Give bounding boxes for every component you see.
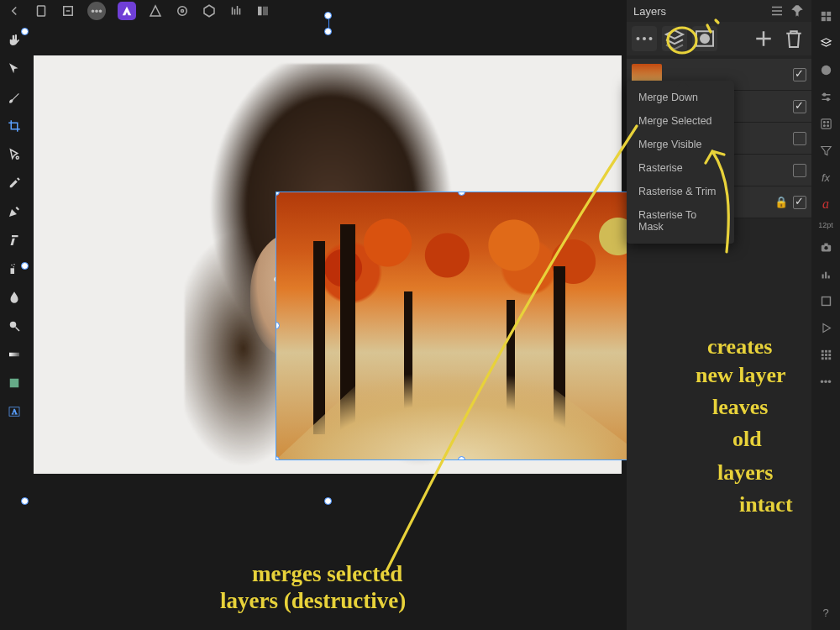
layers-title: Layers [633, 5, 666, 18]
rail-ellipsis-icon[interactable]: ••• [816, 372, 835, 391]
hand-tool-icon[interactable] [4, 30, 24, 50]
menu-rasterise-trim[interactable]: Rasterise & Trim [627, 180, 734, 203]
panel-list-icon[interactable] [769, 3, 785, 18]
svg-rect-50 [821, 357, 823, 360]
top-toolbar: ••• [0, 0, 627, 22]
brush-tool-icon[interactable] [4, 87, 24, 108]
rail-fx-icon[interactable]: fx [816, 168, 835, 186]
crop-tool-icon[interactable] [4, 116, 24, 136]
layer-add-icon[interactable] [751, 26, 776, 51]
svg-rect-46 [828, 349, 831, 352]
menu-merge-visible[interactable]: Merge Visible [627, 133, 734, 156]
rail-color-icon[interactable] [816, 60, 835, 79]
color-picker-icon[interactable] [4, 173, 24, 193]
document-icon[interactable] [34, 3, 49, 18]
layer-visibility-checkbox[interactable] [793, 68, 806, 81]
svg-rect-39 [824, 243, 827, 245]
dodge-tool-icon[interactable] [4, 316, 24, 336]
panel-pin-icon[interactable] [790, 3, 805, 18]
layer-delete-icon[interactable] [781, 26, 806, 51]
svg-rect-26 [827, 11, 831, 15]
svg-point-2 [178, 7, 187, 16]
annotation-text: layers (destructive) [220, 588, 406, 614]
svg-rect-48 [825, 354, 827, 356]
svg-point-24 [701, 34, 709, 43]
svg-marker-4 [204, 5, 214, 17]
rail-grid-icon[interactable] [816, 345, 835, 364]
text-tool-icon[interactable]: A [4, 402, 24, 422]
svg-rect-43 [822, 297, 830, 305]
layer-visibility-checkbox[interactable] [793, 164, 806, 177]
rail-crop2-icon[interactable] [816, 291, 835, 310]
menu-rasterise[interactable]: Rasterise [627, 156, 734, 180]
rail-funnel-icon[interactable] [816, 141, 835, 160]
resize-handle[interactable] [276, 322, 280, 329]
layer-visibility-checkbox[interactable] [793, 132, 806, 145]
svg-point-34 [827, 121, 828, 123]
layer-visibility-checkbox[interactable] [793, 100, 806, 113]
rail-layers-icon[interactable] [816, 34, 835, 52]
rail-text-icon[interactable]: a [816, 195, 835, 213]
svg-rect-5 [232, 8, 234, 15]
svg-rect-10 [263, 7, 268, 16]
move-tool-icon[interactable] [4, 59, 24, 79]
svg-point-35 [823, 124, 825, 126]
svg-point-12 [11, 265, 13, 266]
rail-adjust-icon[interactable] [816, 87, 835, 106]
menu-merge-down[interactable]: Merge Down [627, 86, 734, 109]
rail-help-icon[interactable]: ? [816, 603, 835, 622]
svg-rect-52 [828, 357, 831, 360]
rail-histogram-icon[interactable] [816, 265, 835, 283]
svg-rect-28 [827, 17, 831, 21]
merge-context-menu: Merge Down Merge Selected Merge Visible … [627, 81, 734, 244]
svg-rect-7 [237, 6, 239, 15]
export-icon[interactable] [60, 3, 76, 18]
resize-handle[interactable] [324, 28, 332, 35]
layer-visibility-checkbox[interactable] [793, 196, 806, 209]
persona-tone-icon[interactable] [202, 3, 217, 18]
resize-handle[interactable] [458, 456, 465, 460]
persona-liquify-icon[interactable] [148, 3, 163, 18]
back-arrow-icon[interactable] [7, 3, 22, 18]
selection-tool-icon[interactable] [4, 144, 24, 165]
more-icon[interactable]: ••• [87, 2, 106, 20]
autumn-image-layer[interactable] [276, 192, 648, 460]
persona-export-icon[interactable] [228, 3, 244, 18]
svg-rect-45 [825, 349, 827, 352]
panels-toggle-icon[interactable] [255, 3, 270, 18]
layer-actions [627, 22, 811, 55]
resize-handle[interactable] [324, 497, 332, 505]
persona-develop-icon[interactable] [175, 3, 190, 18]
pen-tool-icon[interactable] [4, 202, 24, 222]
svg-point-31 [827, 97, 829, 100]
menu-merge-selected[interactable]: Merge Selected [627, 109, 734, 133]
spray-tool-icon[interactable] [4, 259, 24, 279]
svg-rect-41 [825, 271, 827, 278]
svg-point-30 [822, 93, 825, 96]
svg-text:A: A [12, 407, 18, 416]
svg-rect-16 [9, 353, 19, 357]
layer-mask-icon[interactable] [692, 26, 717, 51]
svg-rect-0 [38, 6, 45, 16]
svg-rect-47 [821, 354, 823, 356]
layer-merge-icon[interactable] [662, 26, 687, 51]
rail-play-icon[interactable] [816, 318, 835, 337]
app-icon[interactable] [118, 2, 136, 20]
right-rail: fx a 12pt ••• ? [811, 0, 840, 630]
annotation-text: merges selected [252, 561, 402, 587]
resize-handle[interactable] [276, 456, 280, 460]
svg-rect-49 [828, 354, 831, 356]
layer-more-icon[interactable] [632, 26, 657, 51]
rail-dice-icon[interactable] [816, 114, 835, 133]
canvas[interactable] [30, 24, 627, 517]
rail-swatch-icon[interactable] [816, 7, 835, 25]
shape-tool-icon[interactable] [4, 373, 24, 393]
menu-rasterise-mask[interactable]: Rasterise To Mask [627, 203, 734, 239]
svg-rect-32 [821, 118, 830, 128]
svg-point-11 [16, 156, 18, 159]
rail-camera-icon[interactable] [816, 238, 835, 256]
clone-tool-icon[interactable] [4, 230, 24, 250]
svg-point-14 [13, 266, 15, 268]
gradient-tool-icon[interactable] [4, 344, 24, 365]
smudge-tool-icon[interactable] [4, 287, 24, 307]
